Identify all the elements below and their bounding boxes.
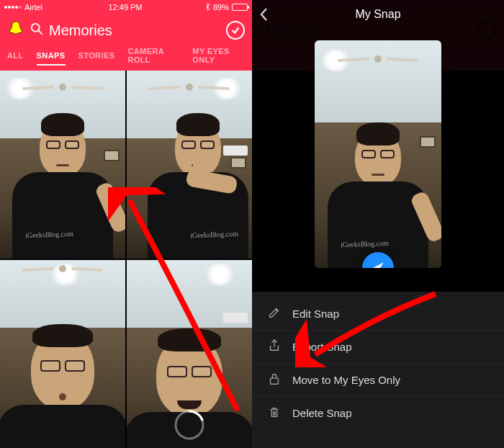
lock-icon xyxy=(268,372,281,387)
menu-item-export-snap[interactable]: Export Snap xyxy=(252,330,504,363)
menu-item-move-my-eyes-only[interactable]: Move to My Eyes Only xyxy=(252,363,504,396)
svg-point-1 xyxy=(32,24,40,32)
menu-item-label: Delete Snap xyxy=(292,407,352,419)
battery-pct-label: 89% xyxy=(213,3,229,12)
clock-label: 12:49 PM xyxy=(108,3,142,12)
preview-title: My Snap xyxy=(355,8,400,21)
tab-all[interactable]: ALL xyxy=(7,51,24,66)
trash-icon xyxy=(268,406,281,421)
signal-dots-icon xyxy=(4,6,22,9)
snap-timer-ring-icon xyxy=(174,409,205,441)
page-title: Memories xyxy=(49,22,220,39)
header: Memories xyxy=(0,14,252,46)
menu-item-label: Edit Snap xyxy=(292,308,339,320)
snapchat-ghost-icon[interactable] xyxy=(7,20,24,40)
svg-line-2 xyxy=(39,31,42,35)
snap-preview[interactable]: iGeeksBlog.com xyxy=(315,40,441,268)
memories-tabs: ALL SNAPS STORIES CAMERA ROLL MY EYES ON… xyxy=(0,46,252,71)
select-mode-button[interactable] xyxy=(226,21,245,40)
menu-item-label: Export Snap xyxy=(292,341,352,353)
snap-thumbnail[interactable] xyxy=(127,260,252,448)
snap-thumbnail[interactable]: iGeeksBlog.com xyxy=(0,71,125,259)
tab-my-eyes-only[interactable]: MY EYES ONLY xyxy=(192,47,245,70)
snap-thumbnail[interactable]: iGeeksBlog.com xyxy=(127,71,252,259)
menu-item-edit-snap[interactable]: Edit Snap xyxy=(252,297,504,330)
search-icon[interactable] xyxy=(30,22,43,38)
action-menu: Edit Snap Export Snap Move to My Eyes On… xyxy=(252,292,504,448)
menu-item-delete-snap[interactable]: Delete Snap xyxy=(252,396,504,429)
snap-grid: iGeeksBlog.com iGeeksBlog.com xyxy=(0,71,252,448)
memories-screen: Airtel 12:49 PM 89% Memories ALL SNAPS S… xyxy=(0,0,252,448)
tab-camera-roll[interactable]: CAMERA ROLL xyxy=(127,47,179,70)
status-bar: Airtel 12:49 PM 89% xyxy=(0,0,252,14)
tab-snaps[interactable]: SNAPS xyxy=(37,51,66,66)
snap-preview-screen: Memories My Snap iGeeksBlog.com Edit Sna… xyxy=(252,0,504,448)
svg-rect-4 xyxy=(271,378,279,384)
back-button[interactable] xyxy=(259,7,268,24)
bluetooth-icon xyxy=(205,3,210,12)
pencil-icon xyxy=(268,306,281,321)
preview-header: My Snap xyxy=(252,0,504,29)
snap-thumbnail[interactable] xyxy=(0,260,125,448)
share-icon xyxy=(268,339,281,354)
tab-stories[interactable]: STORIES xyxy=(78,51,115,66)
battery-icon xyxy=(232,4,248,11)
carrier-label: Airtel xyxy=(24,3,42,12)
menu-item-label: Move to My Eyes Only xyxy=(292,374,400,386)
